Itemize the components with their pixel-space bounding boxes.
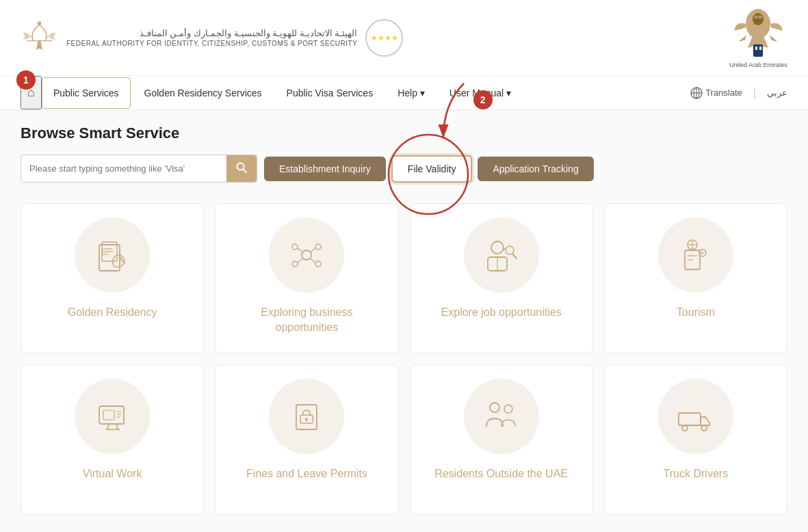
file-validity-wrapper: File Validity xyxy=(391,155,473,183)
svg-rect-10 xyxy=(759,46,761,50)
search-row: 2 Establishment Inquiry File Validity Ap… xyxy=(21,155,787,183)
svg-line-38 xyxy=(512,254,517,258)
card-virtual-work[interactable]: Virtual Work xyxy=(21,364,204,515)
golden-residency-icon xyxy=(94,237,131,274)
card-fines[interactable]: Fines and Leave Permits xyxy=(215,364,398,515)
virtual-work-icon-circle xyxy=(75,379,150,454)
svg-point-25 xyxy=(302,250,311,260)
translate-button[interactable]: Translate xyxy=(690,87,742,99)
svg-point-29 xyxy=(315,261,321,267)
card-residents-outside[interactable]: Residents Outside the UAE xyxy=(410,364,593,515)
logo-bird-icon xyxy=(21,14,58,62)
exploring-business-icon xyxy=(288,237,326,274)
truck-drivers-icon-circle xyxy=(658,379,733,454)
svg-line-31 xyxy=(310,248,315,252)
tourism-icon-circle xyxy=(658,217,733,293)
card-explore-jobs-label: Explore job opportunities xyxy=(441,305,562,320)
annotation-badge-2: 2 xyxy=(473,90,493,109)
card-golden-residency[interactable]: Golden Residency xyxy=(21,203,204,354)
tourism-icon xyxy=(677,237,714,274)
svg-rect-55 xyxy=(296,405,317,429)
arabic-link[interactable]: عربي xyxy=(767,88,787,98)
file-validity-button[interactable]: File Validity xyxy=(391,155,473,183)
header-text: الهيئـة الاتحاديـة للهويـة والجنسيـة وال… xyxy=(66,28,357,47)
card-virtual-work-label: Virtual Work xyxy=(83,466,142,481)
card-residents-outside-label: Residents Outside the UAE xyxy=(434,466,568,481)
card-exploring-business[interactable]: Exploring business opportunities xyxy=(215,203,398,354)
lang-divider: | xyxy=(753,87,756,99)
golden-residency-icon-circle xyxy=(75,217,150,293)
explore-jobs-icon-circle xyxy=(464,217,539,293)
english-title: FEDERAL AUTHORITY FOR IDENTITY, CITIZENS… xyxy=(66,40,357,47)
svg-point-26 xyxy=(292,244,298,250)
svg-line-32 xyxy=(298,258,303,263)
cards-row-1: Golden Residency Exploring business oppo… xyxy=(21,203,787,354)
uae-text: United Arab Emirates xyxy=(729,62,787,68)
svg-point-7 xyxy=(759,16,761,18)
search-input[interactable] xyxy=(21,157,226,181)
arabic-title: الهيئـة الاتحاديـة للهويـة والجنسيـة وال… xyxy=(66,28,357,38)
translate-label: Translate xyxy=(705,88,742,98)
nav-golden-residency[interactable]: Golden Residency Services xyxy=(133,78,273,108)
svg-point-6 xyxy=(755,16,757,18)
nav-help[interactable]: Help ▾ xyxy=(387,78,436,108)
card-golden-residency-label: Golden Residency xyxy=(68,305,157,320)
fines-icon xyxy=(288,398,326,436)
search-icon xyxy=(236,162,247,173)
uae-eagle-icon xyxy=(733,7,784,62)
home-nav-wrapper: 1 ⌂ Public Services xyxy=(21,76,131,109)
action-buttons-group: 2 Establishment Inquiry File Validity Ap… xyxy=(264,155,594,183)
cards-row-2: Virtual Work Fines and Leave Permits xyxy=(21,364,787,515)
card-explore-jobs[interactable]: Explore job opportunities xyxy=(410,203,593,354)
nav-public-services[interactable]: Public Services xyxy=(42,77,131,109)
establishment-inquiry-button[interactable]: Establishment Inquiry xyxy=(264,157,386,181)
svg-rect-51 xyxy=(103,410,114,420)
svg-rect-47 xyxy=(99,406,124,424)
residents-outside-icon-circle xyxy=(464,379,539,454)
residents-outside-icon xyxy=(481,398,522,436)
navbar: 1 ⌂ Public Services Golden Residency Ser… xyxy=(0,76,808,111)
svg-point-3 xyxy=(753,13,764,25)
browse-title: Browse Smart Service xyxy=(21,124,787,142)
main-content: Browse Smart Service xyxy=(0,111,808,532)
svg-rect-8 xyxy=(753,44,763,57)
truck-drivers-icon xyxy=(675,398,716,436)
svg-point-34 xyxy=(491,241,504,254)
svg-line-48 xyxy=(107,424,109,429)
header-left: الهيئـة الاتحاديـة للهويـة والجنسيـة وال… xyxy=(21,14,403,62)
svg-point-27 xyxy=(315,244,321,250)
exploring-business-icon-circle xyxy=(269,217,344,293)
svg-point-28 xyxy=(292,261,298,267)
fines-icon-circle xyxy=(269,379,344,454)
stars-badge: ★★★★ xyxy=(365,19,403,57)
nav-right: Translate | عربي xyxy=(690,87,787,99)
explore-jobs-icon xyxy=(482,237,520,274)
svg-point-1 xyxy=(38,21,42,25)
svg-point-59 xyxy=(490,403,499,412)
stars-icon: ★★★★ xyxy=(371,34,398,42)
nav-public-visa[interactable]: Public Visa Services xyxy=(276,78,385,108)
application-tracking-button[interactable]: Application Tracking xyxy=(478,157,593,181)
card-truck-drivers-label: Truck Drivers xyxy=(664,466,729,481)
card-fines-label: Fines and Leave Permits xyxy=(246,466,367,481)
svg-rect-9 xyxy=(755,46,757,50)
card-tourism[interactable]: Tourism xyxy=(604,203,787,354)
translate-icon xyxy=(690,87,703,99)
svg-rect-61 xyxy=(679,413,701,425)
svg-line-16 xyxy=(244,170,247,173)
uae-emblem: United Arab Emirates xyxy=(729,7,787,68)
svg-point-60 xyxy=(504,405,512,413)
card-tourism-label: Tourism xyxy=(677,305,715,320)
svg-point-57 xyxy=(305,418,308,421)
virtual-work-icon xyxy=(94,398,131,436)
header: الهيئـة الاتحاديـة للهويـة والجنسيـة وال… xyxy=(0,0,808,76)
card-exploring-business-label: Exploring business opportunities xyxy=(229,305,384,336)
svg-line-33 xyxy=(310,258,315,263)
annotation-badge-1: 1 xyxy=(16,70,36,90)
svg-line-30 xyxy=(298,248,303,252)
search-container xyxy=(21,155,257,183)
card-truck-drivers[interactable]: Truck Drivers xyxy=(604,364,787,515)
svg-line-49 xyxy=(116,424,118,429)
search-button[interactable] xyxy=(226,155,257,182)
